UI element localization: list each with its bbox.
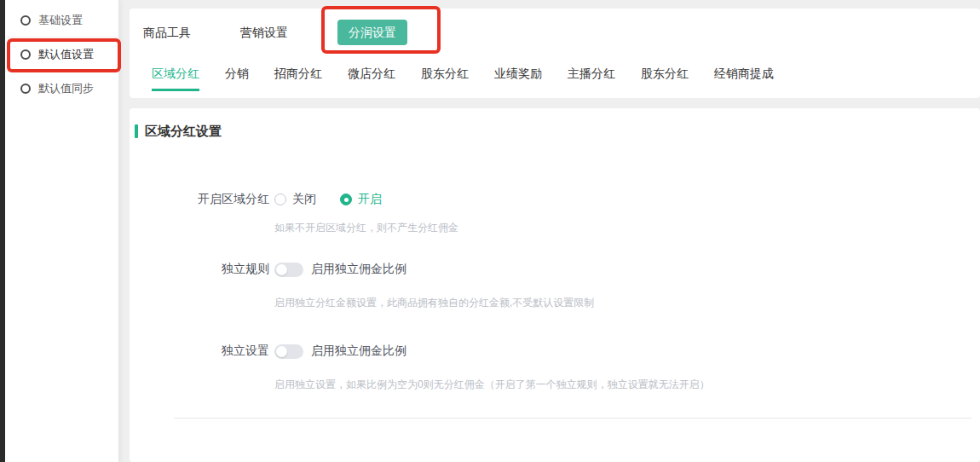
- radio-option-on[interactable]: 开启: [340, 192, 382, 207]
- tab-profit-settings[interactable]: 分润设置: [337, 20, 407, 45]
- sidebar-item-label: 基础设置: [38, 13, 83, 28]
- top-tabs: 商品工具 营销设置 分润设置: [130, 9, 980, 45]
- subtab-distribution[interactable]: 分销: [225, 66, 249, 91]
- form-label: 独立规则: [130, 262, 269, 277]
- radio-option-off[interactable]: 关闭: [274, 192, 316, 207]
- form-row-enable-region-dividend: 开启区域分红 关闭 开启: [130, 192, 980, 207]
- help-text-setting: 启用独立设置，如果比例为空为0则无分红佣金（开启了第一个独立规则，独立设置就无法…: [274, 378, 980, 392]
- settings-form: 开启区域分红 关闭 开启 如果不开启区域分红，则不产生分红佣金 独立规则: [130, 192, 980, 419]
- circle-icon: [20, 84, 31, 94]
- sidebar-item-default-value-sync[interactable]: 默认值同步: [5, 72, 118, 106]
- sidebar-item-label: 默认值设置: [38, 47, 94, 62]
- subtab-merchant-dividend[interactable]: 招商分红: [274, 66, 322, 91]
- radio-icon[interactable]: [274, 193, 286, 205]
- switch-knob: [276, 264, 287, 275]
- sidebar: 基础设置 默认值设置 默认值同步: [5, 0, 119, 462]
- section-title-text: 区域分红设置: [145, 124, 222, 140]
- subtab-microstore-dividend[interactable]: 微店分红: [348, 66, 395, 91]
- subtab-anchor-dividend[interactable]: 主播分红: [568, 66, 615, 91]
- switch-label: 启用独立佣金比例: [311, 262, 406, 277]
- tab-product-tools[interactable]: 商品工具: [143, 20, 191, 45]
- toggle-switch-off[interactable]: [274, 344, 303, 359]
- tab-marketing-settings[interactable]: 营销设置: [240, 20, 288, 45]
- sidebar-item-basic-settings[interactable]: 基础设置: [5, 3, 118, 38]
- help-text-rule: 启用独立分红金额设置，此商品拥有独自的分红金额,不受默认设置限制: [274, 296, 980, 310]
- switch-group-setting: 启用独立佣金比例: [274, 344, 406, 359]
- radio-label: 开启: [358, 192, 382, 207]
- horizontal-divider: [174, 418, 971, 419]
- switch-knob: [276, 346, 287, 357]
- sidebar-item-label: 默认值同步: [38, 81, 94, 96]
- form-row-independent-rule: 独立规则 启用独立佣金比例: [130, 262, 980, 277]
- toggle-switch-off[interactable]: [274, 263, 303, 277]
- switch-group-rule: 启用独立佣金比例: [274, 262, 406, 277]
- radio-label: 关闭: [292, 192, 316, 207]
- subtab-shareholder-dividend[interactable]: 股东分红: [421, 66, 469, 91]
- settings-card: 区域分红设置 开启区域分红 关闭 开启 如果不开启区域分红，则不产生分红佣金: [130, 108, 980, 462]
- subtab-region-dividend[interactable]: 区域分红: [152, 66, 199, 91]
- section-title: 区域分红设置: [135, 124, 980, 139]
- subtab-shareholder-dividend-2[interactable]: 股东分红: [641, 66, 689, 91]
- subtab-performance-reward[interactable]: 业绩奖励: [494, 66, 542, 91]
- form-row-independent-setting: 独立设置 启用独立佣金比例: [130, 344, 980, 359]
- circle-icon: [20, 49, 31, 60]
- sub-tabs: 区域分红 分销 招商分红 微店分红 股东分红 业绩奖励 主播分红 股东分红 经销…: [130, 66, 980, 91]
- sidebar-item-default-value-settings[interactable]: 默认值设置: [5, 38, 118, 72]
- tabs-card: 商品工具 营销设置 分润设置 区域分红 分销 招商分红 微店分红 股东分红 业绩…: [130, 9, 980, 98]
- switch-label: 启用独立佣金比例: [311, 344, 406, 359]
- form-label: 独立设置: [130, 344, 269, 359]
- radio-group-enable: 关闭 开启: [274, 192, 382, 207]
- subtab-dealer-commission[interactable]: 经销商提成: [714, 66, 774, 91]
- title-accent-bar: [135, 124, 138, 138]
- form-label: 开启区域分红: [130, 192, 269, 207]
- circle-icon: [20, 15, 31, 26]
- help-text-enable: 如果不开启区域分红，则不产生分红佣金: [274, 221, 980, 235]
- page: 基础设置 默认值设置 默认值同步 商品工具 营销设置 分润设置 区域分红 分销 …: [0, 0, 980, 462]
- radio-selected-icon[interactable]: [340, 193, 352, 205]
